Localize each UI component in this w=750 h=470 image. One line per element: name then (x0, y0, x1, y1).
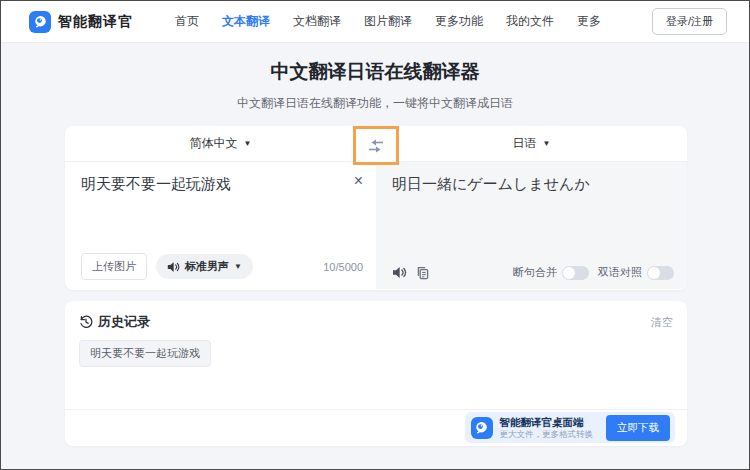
app-window: 智能翻译官 首页 文本翻译 文档翻译 图片翻译 更多功能 我的文件 更多 登录/… (0, 0, 750, 470)
translator-body: 明天要不要一起玩游戏 × 上传图片 标准男声 ▼ 10/5000 (65, 162, 687, 289)
copy-icon (416, 266, 430, 280)
history-header: 历史记录 清空 (65, 301, 687, 331)
bilingual-compare-toggle-group: 双语对照 (598, 265, 674, 280)
history-title: 历史记录 (98, 313, 150, 331)
hero: 中文翻译日语在线翻译器 中文翻译日语在线翻译功能，一键将中文翻译成日语 (1, 59, 749, 112)
nav-item-my-files[interactable]: 我的文件 (506, 13, 554, 30)
page-subtitle: 中文翻译日语在线翻译功能，一键将中文翻译成日语 (1, 95, 749, 112)
target-toolbar: 断句合并 双语对照 (392, 265, 674, 280)
nav-item-home[interactable]: 首页 (175, 13, 199, 30)
sentence-merge-toggle-group: 断句合并 (513, 265, 589, 280)
desktop-app-promo: 智能翻译官桌面端 更大文件，更多格式转换 立即下载 (465, 412, 676, 443)
navbar: 智能翻译官 首页 文本翻译 文档翻译 图片翻译 更多功能 我的文件 更多 登录/… (1, 1, 749, 43)
chevron-down-icon: ▼ (244, 140, 252, 148)
translator-card: 简体中文 ▼ 日语 ▼ 明天要不要一起玩游戏 × 上传图片 (65, 126, 687, 290)
bilingual-compare-label: 双语对照 (598, 265, 642, 280)
source-toolbar: 上传图片 标准男声 ▼ 10/5000 (81, 253, 363, 280)
nav-item-text-translate[interactable]: 文本翻译 (222, 13, 270, 30)
chevron-down-icon: ▼ (543, 140, 551, 148)
promo-text: 智能翻译官桌面端 更大文件，更多格式转换 (500, 416, 594, 440)
promo-title: 智能翻译官桌面端 (500, 416, 594, 429)
source-text: 明天要不要一起玩游戏 (81, 175, 231, 192)
nav-item-more-features[interactable]: 更多功能 (435, 13, 483, 30)
upload-image-button[interactable]: 上传图片 (81, 253, 147, 280)
nav-item-image-translate[interactable]: 图片翻译 (364, 13, 412, 30)
promo-logo-icon (471, 417, 493, 439)
history-card: 历史记录 清空 明天要不要一起玩游戏 智能翻译官桌面端 更大文件，更多格式转换 (65, 301, 687, 446)
source-text-area[interactable]: 明天要不要一起玩游戏 × 上传图片 标准男声 ▼ 10/5000 (65, 162, 376, 289)
source-language-label: 简体中文 (190, 135, 238, 152)
chevron-down-icon: ▼ (234, 263, 242, 271)
download-now-button[interactable]: 立即下载 (606, 415, 670, 441)
voice-label: 标准男声 (185, 259, 229, 274)
history-footer: 智能翻译官桌面端 更大文件，更多格式转换 立即下载 (65, 409, 687, 446)
target-language-label: 日语 (513, 135, 537, 152)
page-title: 中文翻译日语在线翻译器 (1, 59, 749, 85)
clear-history-button[interactable]: 清空 (651, 315, 673, 330)
brand-name: 智能翻译官 (58, 13, 133, 31)
target-text: 明日一緒にゲームしませんか (392, 175, 590, 192)
history-clock-icon (79, 315, 93, 329)
clear-input-icon[interactable]: × (354, 173, 363, 189)
promo-subtitle: 更大文件，更多格式转换 (500, 429, 594, 440)
speaker-icon (392, 266, 407, 279)
source-language-selector[interactable]: 简体中文 ▼ (65, 126, 376, 161)
nav-menu: 首页 文本翻译 文档翻译 图片翻译 更多功能 我的文件 更多 (175, 13, 601, 30)
sentence-merge-label: 断句合并 (513, 265, 557, 280)
nav-item-doc-translate[interactable]: 文档翻译 (293, 13, 341, 30)
play-audio-button[interactable] (392, 266, 407, 279)
nav-item-more[interactable]: 更多 (577, 13, 601, 30)
char-counter: 10/5000 (323, 261, 363, 273)
copy-result-button[interactable] (416, 266, 430, 280)
swap-languages-button[interactable] (353, 126, 399, 165)
bilingual-compare-toggle[interactable] (647, 266, 674, 280)
target-text-area: 明日一緒にゲームしませんか (376, 162, 687, 289)
target-language-selector[interactable]: 日语 ▼ (376, 126, 687, 161)
brand-logo-icon (29, 11, 51, 33)
voice-selector[interactable]: 标准男声 ▼ (156, 254, 253, 279)
login-register-button[interactable]: 登录/注册 (652, 8, 727, 35)
sentence-merge-toggle[interactable] (562, 266, 589, 280)
speaker-icon (167, 261, 180, 273)
swap-arrows-icon (367, 139, 385, 153)
history-item[interactable]: 明天要不要一起玩游戏 (79, 340, 211, 367)
